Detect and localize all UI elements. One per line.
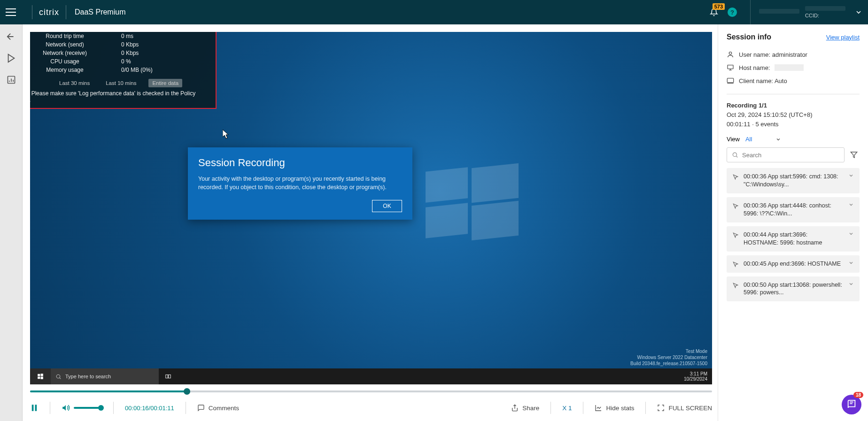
comments-button[interactable]: Comments: [197, 404, 239, 412]
share-icon: [511, 404, 519, 412]
tab-last-30[interactable]: Last 30 mins: [55, 79, 93, 87]
svg-rect-7: [169, 375, 171, 378]
help-badge: 18: [853, 392, 863, 398]
svg-rect-12: [727, 78, 733, 83]
stat-label: Round trip time: [30, 33, 121, 39]
event-search-input[interactable]: [742, 152, 839, 159]
search-icon: [732, 152, 738, 158]
tab-last-10[interactable]: Last 10 mins: [102, 79, 140, 87]
back-button[interactable]: [5, 30, 18, 43]
taskbar: Type here to search 3:11 PM10/29/2024: [30, 368, 712, 384]
event-item[interactable]: 00:00:36 App start:4448: conhost: 5996: …: [727, 197, 860, 222]
filter-icon: [850, 151, 858, 159]
stats-icon: [595, 404, 602, 412]
svg-rect-3: [38, 377, 40, 379]
pause-button[interactable]: [30, 404, 39, 412]
speed-button[interactable]: X 1: [562, 405, 572, 412]
side-panel: Session info View playlist User name: ad…: [718, 24, 868, 421]
fullscreen-button[interactable]: FULL SCREEN: [657, 404, 712, 412]
svg-rect-11: [728, 65, 733, 69]
session-info-title: Session info: [727, 33, 771, 41]
filter-button[interactable]: [848, 147, 860, 162]
svg-rect-8: [32, 405, 34, 411]
events-list: 00:00:36 App start:5996: cmd: 1308: "C:\…: [727, 168, 860, 301]
chevron-down-icon: [775, 137, 781, 142]
event-item[interactable]: 00:00:50 App start:13068: powershell: 59…: [727, 276, 860, 302]
view-filter[interactable]: View All: [727, 136, 860, 143]
separator: [66, 5, 66, 19]
cursor-icon: [223, 130, 230, 139]
product-name: DaaS Premium: [75, 8, 125, 16]
event-item[interactable]: 00:00:45 App end:3696: HOSTNAME: [727, 255, 860, 273]
chevron-down-icon: [848, 173, 854, 178]
menu-icon[interactable]: [6, 7, 17, 18]
hostname-row: Host name:: [727, 64, 860, 71]
event-search-box[interactable]: [727, 147, 845, 162]
svg-rect-4: [41, 377, 43, 379]
seek-thumb[interactable]: [184, 388, 190, 395]
svg-rect-2: [41, 374, 43, 376]
stats-rail-button[interactable]: [5, 73, 18, 86]
dialog-ok-button[interactable]: OK: [372, 200, 402, 212]
taskbar-search-placeholder: Type here to search: [65, 374, 111, 379]
book-icon: [846, 399, 857, 410]
svg-point-13: [733, 153, 736, 157]
chevron-down-icon[interactable]: [855, 8, 862, 16]
timecode: 00:00:16/00:01:11: [125, 405, 174, 412]
volume-control[interactable]: [62, 404, 102, 412]
event-item[interactable]: 00:00:44 App start:3696: HOSTNAME: 5996:…: [727, 226, 860, 252]
volume-slider[interactable]: [74, 407, 102, 409]
client-icon: [727, 77, 734, 84]
volume-icon: [62, 404, 70, 412]
floating-help-button[interactable]: 18: [842, 395, 861, 414]
brand-logo: citrix: [39, 8, 59, 17]
play-rail-button[interactable]: [5, 52, 18, 65]
hide-stats-button[interactable]: Hide stats: [595, 404, 634, 412]
user-icon: [727, 51, 734, 58]
app-header: citrix DaaS Premium 573 ? CCID:: [0, 0, 868, 24]
taskbar-search[interactable]: Type here to search: [51, 368, 159, 384]
dialog-body: Your activity with the desktop or progra…: [198, 175, 402, 191]
tab-entire-data[interactable]: Entire data: [148, 79, 182, 87]
stats-overlay: Round trip time0 ms Network (send)0 Kbps…: [30, 32, 217, 109]
svg-point-10: [729, 52, 731, 54]
stat-value: 0 ms: [121, 33, 211, 39]
view-playlist-link[interactable]: View playlist: [826, 34, 860, 41]
search-icon: [55, 374, 62, 380]
share-button[interactable]: Share: [511, 404, 539, 412]
event-item[interactable]: 00:00:36 App start:5996: cmd: 1308: "C:\…: [727, 168, 860, 193]
svg-rect-1: [38, 374, 40, 376]
system-tray: 3:11 PM10/29/2024: [679, 371, 712, 382]
svg-point-5: [56, 375, 60, 378]
player-controls: 00:00:16/00:01:11 Comments Share X 1 Hid…: [30, 395, 712, 421]
separator: [32, 5, 32, 19]
help-button[interactable]: ?: [728, 8, 737, 17]
session-recording-dialog: Session Recording Your activity with the…: [188, 147, 412, 220]
left-rail: [0, 24, 23, 421]
stats-nodata-message: No data. Please make sure 'Log performan…: [30, 90, 211, 103]
windows-logo: [426, 166, 519, 241]
fullscreen-icon: [657, 404, 665, 412]
task-view-button[interactable]: [159, 373, 178, 380]
clientname-row: Client name: Auto: [727, 77, 860, 84]
comment-icon: [197, 404, 205, 412]
host-icon: [727, 64, 734, 71]
notifications-button[interactable]: 573: [710, 8, 718, 16]
player-column: Session Recording Your activity with the…: [23, 24, 718, 421]
ccid-label: CCID:: [805, 13, 819, 18]
dialog-title: Session Recording: [198, 157, 402, 169]
svg-rect-9: [35, 405, 37, 411]
user-menu[interactable]: CCID:: [750, 0, 862, 24]
video-stage[interactable]: Session Recording Your activity with the…: [30, 32, 712, 384]
notification-badge: 573: [713, 3, 725, 10]
svg-rect-6: [166, 375, 168, 378]
seek-bar[interactable]: [30, 388, 712, 395]
start-button[interactable]: [30, 368, 51, 384]
watermark: Test ModeWindows Server 2022 DatacenterB…: [630, 348, 707, 367]
recording-meta: Recording 1/1 Oct 29, 2024 15:10:52 (UTC…: [727, 101, 860, 129]
username-row: User name: administrator: [727, 51, 860, 58]
cursor-icon: [732, 174, 739, 180]
